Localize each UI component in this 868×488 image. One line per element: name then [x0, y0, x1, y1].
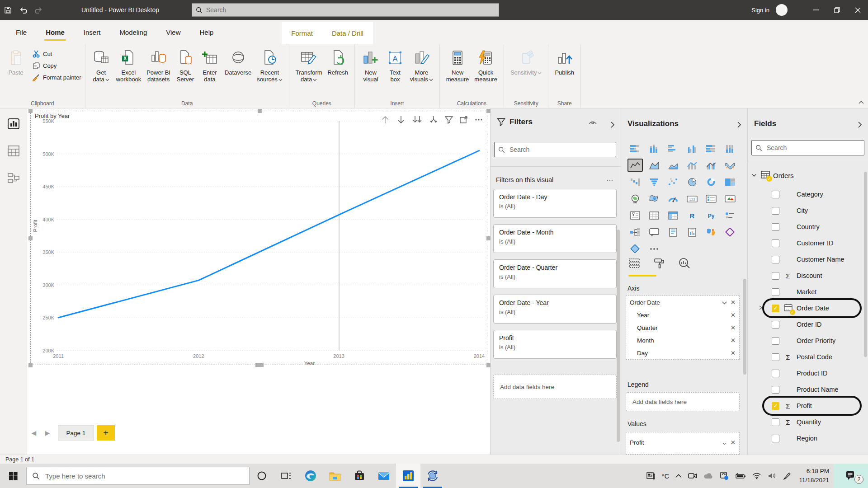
remove-field-icon[interactable]: ✕	[731, 349, 736, 357]
field-checkbox[interactable]	[772, 386, 779, 394]
menu-tab-format[interactable]: Format	[282, 22, 322, 44]
menu-tab-insert[interactable]: Insert	[74, 20, 110, 44]
sign-in-link[interactable]: Sign in	[751, 7, 769, 14]
menu-tab-data-drill[interactable]: Data / Drill	[322, 22, 373, 44]
resize-handle[interactable]	[255, 363, 264, 367]
filter-card-profit[interactable]: Profitis (All)	[493, 330, 617, 359]
collapse-visualizations-pane-icon[interactable]	[736, 121, 742, 130]
start-button[interactable]	[0, 464, 26, 488]
notification-zone[interactable]: 2	[834, 464, 868, 488]
enter-data-button[interactable]: Enter data	[198, 47, 222, 84]
filter-card-order-date-month[interactable]: Order Date - Monthis (All)	[493, 224, 617, 253]
page-tab[interactable]: Page 1	[58, 425, 94, 441]
field-item-city[interactable]: City	[748, 202, 868, 219]
table-icon[interactable]	[645, 207, 664, 224]
treemap-icon[interactable]	[721, 174, 740, 190]
nav-model-view[interactable]	[0, 166, 27, 190]
filled-map-icon[interactable]	[645, 190, 664, 207]
field-checkbox[interactable]	[772, 370, 779, 377]
field-checkbox[interactable]	[772, 288, 779, 296]
avatar[interactable]	[776, 4, 788, 16]
file-explorer-taskbar-icon[interactable]	[323, 464, 347, 488]
resize-handle[interactable]	[486, 236, 491, 240]
line-chart-icon[interactable]	[626, 157, 645, 174]
100-stacked-bar-chart-icon[interactable]	[702, 140, 721, 157]
field-checkbox[interactable]	[772, 256, 779, 263]
field-checkbox[interactable]	[772, 223, 779, 231]
clustered-column-chart-icon[interactable]	[683, 140, 702, 157]
sensitivity-button[interactable]: Sensitivity	[508, 47, 544, 77]
publish-button[interactable]: Publish	[552, 47, 576, 77]
remove-field-icon[interactable]: ✕	[731, 311, 736, 319]
clustered-bar-chart-icon[interactable]	[664, 140, 683, 157]
wifi-icon[interactable]	[752, 472, 761, 479]
field-item-order-id[interactable]: Order ID	[748, 316, 868, 333]
excel-workbook-button[interactable]: XExcel workbook	[114, 47, 144, 84]
field-item-order-priority[interactable]: Order Priority	[748, 333, 868, 349]
field-item-order-date[interactable]: ✓✓Order Date	[748, 300, 868, 316]
axis-field-order-date[interactable]: Order Date✕	[626, 296, 739, 309]
collapse-ribbon-icon[interactable]	[858, 98, 864, 106]
filter-card-order-date-quarter[interactable]: Order Date - Quarteris (All)	[493, 259, 617, 288]
remove-field-icon[interactable]: ✕	[731, 299, 736, 306]
show-hidden-icons-chevron[interactable]	[675, 474, 682, 478]
field-checkbox[interactable]: ✓	[772, 402, 779, 410]
fields-search-box[interactable]	[751, 140, 864, 155]
field-item-customer-name[interactable]: Customer Name	[748, 251, 868, 267]
remove-field-icon[interactable]: ✕	[731, 337, 736, 344]
battery-icon[interactable]	[735, 473, 746, 479]
nav-data-view[interactable]	[0, 139, 27, 163]
field-item-quantity[interactable]: ΣQuantity	[748, 414, 868, 430]
field-checkbox[interactable]	[772, 321, 779, 328]
analytics-tab[interactable]	[678, 258, 691, 272]
map-icon[interactable]	[626, 190, 645, 207]
volume-icon[interactable]	[768, 472, 777, 479]
filter-card-order-date-day[interactable]: Order Date - Dayis (All)	[493, 189, 617, 218]
chevron-down-icon[interactable]	[751, 173, 757, 178]
resize-handle[interactable]	[486, 363, 491, 367]
values-field-well[interactable]: Profit ⌄ ✕	[626, 432, 740, 455]
field-checkbox[interactable]	[772, 239, 779, 247]
stacked-area-chart-icon[interactable]	[664, 157, 683, 174]
dataverse-button[interactable]: Dataverse	[222, 47, 254, 77]
mail-app-taskbar-icon[interactable]	[372, 464, 396, 488]
decomposition-tree-icon[interactable]	[626, 224, 645, 240]
field-checkbox[interactable]	[772, 353, 779, 361]
area-chart-icon[interactable]	[645, 157, 664, 174]
ribbon-chart-icon[interactable]	[721, 157, 740, 174]
field-item-region[interactable]: Region	[748, 430, 868, 446]
taskbar-search-input[interactable]	[44, 472, 225, 480]
get-data-button[interactable]: Get data	[90, 47, 113, 84]
waterfall-chart-icon[interactable]	[626, 174, 645, 190]
page-next-arrow[interactable]: ▶	[41, 429, 54, 436]
sql-server-button[interactable]: SQL Server	[174, 47, 197, 84]
axis-field-quarter[interactable]: Quarter✕	[626, 321, 739, 334]
edge-browser-taskbar-icon[interactable]	[298, 464, 323, 488]
resize-handle[interactable]	[28, 236, 33, 240]
qa-visual-icon[interactable]	[645, 224, 664, 240]
save-icon[interactable]	[0, 2, 15, 18]
field-item-product-name[interactable]: Product Name	[748, 381, 868, 398]
power-automate-icon[interactable]	[626, 240, 645, 257]
field-checkbox[interactable]	[772, 435, 779, 442]
sync-status-icon[interactable]	[720, 471, 729, 480]
100-stacked-column-chart-icon[interactable]	[721, 140, 740, 157]
field-checkbox[interactable]: ✓	[772, 305, 779, 312]
field-item-product-id[interactable]: Product ID	[748, 365, 868, 381]
gauge-icon[interactable]	[664, 190, 683, 207]
sync-app-taskbar-icon[interactable]	[420, 464, 445, 488]
slicer-icon[interactable]	[626, 207, 645, 224]
app-search-input[interactable]	[205, 6, 476, 14]
matrix-icon[interactable]	[664, 207, 683, 224]
card-icon[interactable]: 123	[683, 190, 702, 207]
add-filter-field-dropzone[interactable]: Add data fields here	[493, 375, 617, 399]
more-visuals-button[interactable]: More visuals	[408, 47, 435, 84]
pen-icon[interactable]	[783, 472, 791, 480]
field-item-market[interactable]: Market	[748, 284, 868, 300]
values-field-profit[interactable]: Profit	[630, 439, 718, 446]
collapse-fields-pane-icon[interactable]	[857, 121, 863, 130]
axis-field-year[interactable]: Year✕	[626, 309, 739, 321]
chevron-down-icon[interactable]: ⌄	[722, 439, 726, 446]
r-script-visual-icon[interactable]: R	[683, 207, 702, 224]
copy-button[interactable]: Copy	[31, 60, 81, 71]
